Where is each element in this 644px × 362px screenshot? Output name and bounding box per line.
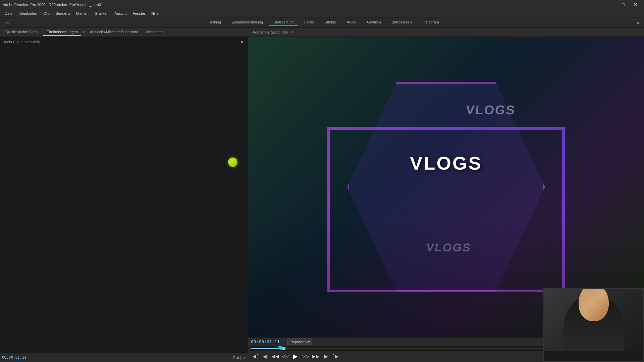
expand-icon: ▶ <box>241 40 244 44</box>
left-panel-tabs: Quelle: (keine Clips) Effekteinstellunge… <box>0 27 248 37</box>
close-button[interactable]: ✕ <box>629 0 641 9</box>
ws-tab-zusammenstellung[interactable]: Zusammenstellung <box>227 19 268 26</box>
mark-out-button[interactable]: }▶ <box>331 352 340 361</box>
webcam-bg-bottom <box>544 351 643 361</box>
ws-tab-grafiken[interactable]: Grafiken <box>362 19 386 26</box>
source-bottom-bar: 00:00:01:11 ⚗ ▶| ↗ <box>0 353 248 362</box>
menu-bar: DateiBearbeitenClipSequenzMarkenGrafiken… <box>0 9 644 17</box>
workspace-tabs: TrainingZusammenstellungBearbeitungFarbe… <box>12 19 635 26</box>
source-content: (kein Clip ausgewählt) ▶ <box>0 37 248 353</box>
menu-item-hilfe[interactable]: Hilfe <box>149 11 161 16</box>
workspace-bar: ⌂ TrainingZusammenstellungBearbeitungFar… <box>0 17 644 27</box>
webcam-overlay <box>543 288 644 362</box>
tab-source[interactable]: Quelle: (keine Clips) <box>2 28 42 36</box>
home-button[interactable]: ⌂ <box>3 18 12 27</box>
ws-tab-bibliotheken[interactable]: Bibliotheken <box>387 19 417 26</box>
minimize-button[interactable]: – <box>605 0 617 9</box>
play-button[interactable]: ▶ <box>291 352 300 361</box>
maximize-button[interactable]: □ <box>617 0 629 9</box>
program-title: Programm: Sport Intro <box>252 30 288 34</box>
tab-metadata[interactable]: Metadaten <box>143 28 167 36</box>
ws-tab-training[interactable]: Training <box>203 19 226 26</box>
settings-icon: ↗ <box>243 355 246 360</box>
webcam-face <box>544 289 643 361</box>
menu-item-sequenz[interactable]: Sequenz <box>53 11 73 16</box>
step-fwd-button[interactable]: |▶ <box>321 352 330 361</box>
fit-chevron: ▾ <box>308 340 310 344</box>
tab-audioclip-mixer[interactable]: Audioclip-Mischer: Sport Intro <box>87 28 142 36</box>
program-header: Programm: Sport Intro ≡ <box>248 27 644 37</box>
shuttle-fwd-button[interactable]: ▷▷ <box>301 352 310 361</box>
shuttle-back-button[interactable]: ◁◁ <box>281 352 290 361</box>
ws-tab-effekte[interactable]: Effekte <box>320 19 341 26</box>
menu-item-clip[interactable]: Clip <box>41 11 52 16</box>
go-to-out-button[interactable]: ▶▶ <box>311 352 320 361</box>
workspace-expand[interactable]: » <box>635 20 641 25</box>
source-timecode: 00:00:01:11 <box>2 355 26 360</box>
program-menu-icon[interactable]: ≡ <box>291 30 294 35</box>
mark-in-button[interactable]: ◀{ <box>251 352 260 361</box>
vlogs-text-main: VLOGS <box>410 152 482 174</box>
filter-icon: ⚗ <box>232 355 236 360</box>
menu-item-bearbeiten[interactable]: Bearbeiten <box>17 11 40 16</box>
menu-item-fenster[interactable]: Fenster <box>130 11 148 16</box>
title-bar: Adobe Premiere Pro 2020 - D:\Premiere Pr… <box>0 0 644 9</box>
menu-item-marken[interactable]: Marken <box>73 11 91 16</box>
ws-tab-instagram[interactable]: Instagram <box>418 19 444 26</box>
ws-tab-bearbeitung[interactable]: Bearbeitung <box>269 19 298 26</box>
effect-settings-menu-icon[interactable]: ≡ <box>83 30 85 34</box>
menu-item-ansicht[interactable]: Ansicht <box>112 11 129 16</box>
export-icon: ▶| <box>237 355 241 360</box>
no-clip-label: (kein Clip ausgewählt) ▶ <box>0 37 248 47</box>
head-silhouette <box>579 288 609 321</box>
go-to-in-button[interactable]: ◀◀ <box>271 352 280 361</box>
left-panel: Quelle: (keine Clips) Effekteinstellunge… <box>0 27 248 362</box>
menu-item-grafiken[interactable]: Grafiken <box>92 11 111 16</box>
menu-item-datei[interactable]: Datei <box>2 11 16 16</box>
app-title: Adobe Premiere Pro 2020 - D:\Premiere Pr… <box>3 3 605 7</box>
window-controls: – □ ✕ <box>605 0 641 9</box>
ws-tab-audio[interactable]: Audio <box>342 19 361 26</box>
ws-tab-farbe[interactable]: Farbe <box>300 19 319 26</box>
tab-effect-settings[interactable]: Effekteinstellungen <box>43 28 81 36</box>
step-back-button[interactable]: ◀| <box>261 352 270 361</box>
fit-dropdown[interactable]: Einpassen ▾ <box>287 339 312 345</box>
cursor-indicator <box>228 158 237 167</box>
current-timecode[interactable]: 00:00:01:11 <box>251 339 284 344</box>
vlogs-text-bg1: VLOGS <box>465 103 516 117</box>
